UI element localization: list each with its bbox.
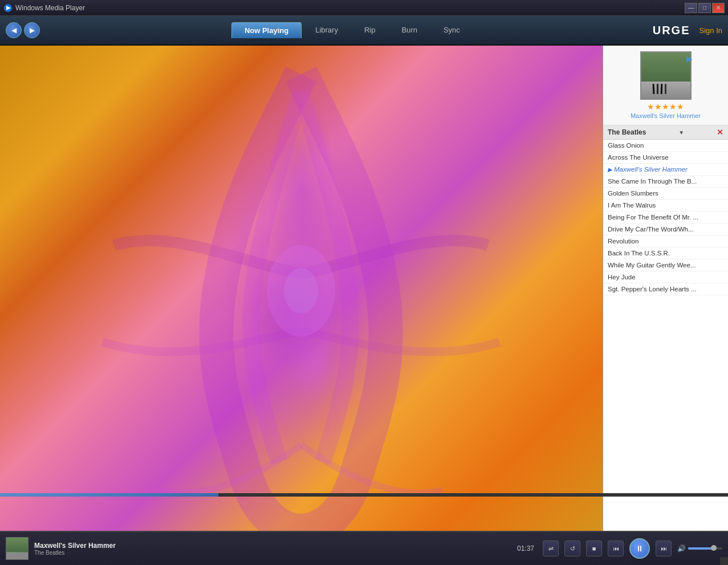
stop-button[interactable]: ■: [586, 540, 602, 556]
resize-corner[interactable]: [720, 557, 728, 565]
minimize-button[interactable]: —: [685, 3, 697, 13]
sign-in-link[interactable]: Sign In: [699, 26, 722, 35]
playlist-item[interactable]: Glass Onion: [603, 140, 728, 152]
app-icon: [3, 3, 13, 13]
playlist-item[interactable]: Golden Slumbers: [603, 188, 728, 200]
nav-arrows: ◀ ▶: [6, 22, 40, 38]
window-title: Windows Media Player: [15, 4, 685, 12]
volume-fill: [688, 547, 712, 550]
visualization-area: [0, 46, 603, 531]
playlist-dropdown[interactable]: ▼: [678, 129, 684, 136]
playlist-item[interactable]: Sgt. Pepper's Lonely Hearts ...: [603, 283, 728, 295]
album-title[interactable]: Maxwell's Silver Hammer: [631, 112, 701, 119]
playlist-close-button[interactable]: ✕: [717, 128, 723, 137]
now-playing-thumbnail: [6, 537, 29, 560]
progress-fill: [0, 493, 218, 497]
playlist-item[interactable]: ▶ Maxwell's Silver Hammer: [603, 164, 728, 176]
shuffle-button[interactable]: ⇌: [543, 540, 559, 556]
thumb-road: [6, 552, 28, 559]
back-button[interactable]: ◀: [6, 22, 22, 38]
forward-button[interactable]: ▶: [24, 22, 40, 38]
nav-tabs: Now Playing Library Rip Burn Sync: [51, 22, 653, 38]
next-button[interactable]: ⏭: [656, 540, 672, 556]
playlist-header: The Beatles ▼ ✕: [603, 125, 728, 140]
playlist-item[interactable]: She Came In Through The B...: [603, 176, 728, 188]
tab-now-playing[interactable]: Now Playing: [231, 22, 302, 38]
playlist: Glass Onion Across The Universe▶ Maxwell…: [603, 140, 728, 531]
volume-thumb[interactable]: [711, 545, 717, 551]
playlist-item[interactable]: Drive My Car/The Word/Wh...: [603, 223, 728, 235]
play-pause-button[interactable]: ⏸: [629, 538, 650, 559]
album-art-container: ▶: [640, 51, 692, 100]
expand-arrow[interactable]: ▶: [686, 54, 693, 63]
viz-svg: [0, 46, 603, 531]
time-display: 01:37: [517, 544, 537, 552]
controls-bar: Maxwell's Silver Hammer The Beatles 01:3…: [0, 531, 728, 565]
nav-right: URGE Sign In: [653, 24, 722, 37]
svg-point-3: [284, 268, 318, 314]
main-content: ▶ ★★★★★ Maxwell's Silver Hammer The Beat…: [0, 46, 728, 531]
playlist-item[interactable]: Revolution: [603, 235, 728, 247]
playlist-item[interactable]: Being For The Benefit Of Mr. ...: [603, 212, 728, 223]
prev-button[interactable]: ⏮: [608, 540, 624, 556]
volume-icon: 🔊: [677, 544, 686, 552]
track-info: Maxwell's Silver Hammer The Beatles: [34, 542, 511, 556]
urge-logo[interactable]: URGE: [653, 24, 690, 37]
title-bar-buttons: — □ ✕: [685, 3, 725, 13]
progress-bar[interactable]: [0, 493, 728, 497]
title-bar: Windows Media Player — □ ✕: [0, 0, 728, 16]
tab-rip[interactable]: Rip: [352, 22, 388, 38]
playlist-item[interactable]: While My Guitar Gently Wee...: [603, 259, 728, 271]
volume-area: 🔊: [677, 544, 722, 552]
maximize-button[interactable]: □: [698, 3, 711, 13]
tab-burn[interactable]: Burn: [389, 22, 429, 38]
tab-library[interactable]: Library: [303, 22, 351, 38]
playing-arrow: ▶: [608, 166, 612, 173]
volume-bar[interactable]: [688, 547, 722, 550]
repeat-button[interactable]: ↺: [564, 540, 580, 556]
playlist-item[interactable]: Hey Jude: [603, 271, 728, 283]
playlist-item[interactable]: I Am The Walrus: [603, 200, 728, 212]
album-section: ▶ ★★★★★ Maxwell's Silver Hammer: [603, 46, 728, 125]
right-panel: ▶ ★★★★★ Maxwell's Silver Hammer The Beat…: [603, 46, 728, 531]
playlist-artist: The Beatles: [608, 128, 646, 136]
nav-bar: ◀ ▶ Now Playing Library Rip Burn Sync UR…: [0, 16, 728, 46]
close-window-button[interactable]: ✕: [712, 3, 725, 13]
playlist-item[interactable]: Across The Universe: [603, 152, 728, 164]
track-name: Maxwell's Silver Hammer: [34, 542, 511, 550]
rating-stars[interactable]: ★★★★★: [647, 102, 684, 111]
playlist-item[interactable]: Back In The U.S.S.R.: [603, 247, 728, 259]
tab-sync[interactable]: Sync: [431, 22, 473, 38]
album-art: [640, 51, 692, 100]
track-artist: The Beatles: [34, 550, 511, 556]
